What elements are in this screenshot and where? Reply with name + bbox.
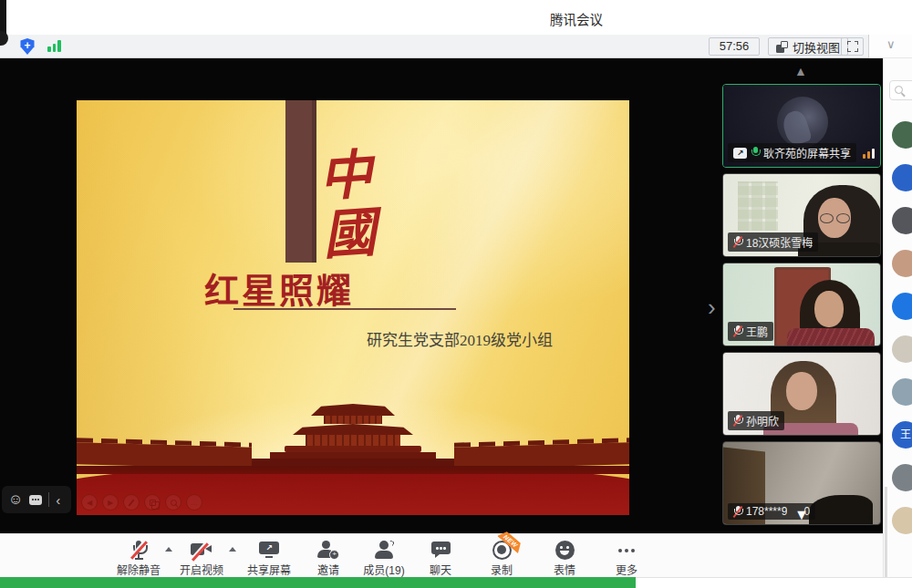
reaction-smiley-icon[interactable]: ☺ bbox=[8, 492, 23, 507]
invite-icon bbox=[317, 541, 339, 559]
window-titlebar: 腾讯会议 bbox=[0, 0, 912, 35]
switch-view-button[interactable]: 切换视图 bbox=[768, 37, 848, 56]
participant-label: 18汉硕张雪梅 bbox=[728, 232, 818, 252]
contact-avatar[interactable] bbox=[892, 464, 912, 491]
scroll-up-arrow[interactable]: ▲ bbox=[794, 64, 807, 78]
participant-tile[interactable]: 王鹏 bbox=[722, 263, 881, 346]
progress-bar bbox=[0, 577, 636, 588]
network-signal-icon[interactable] bbox=[47, 40, 61, 52]
zoom-tool-button bbox=[165, 494, 181, 511]
contact-avatar[interactable] bbox=[892, 507, 912, 534]
participant-tile-screen-share[interactable]: 耿齐苑的屏幕共享 bbox=[722, 84, 881, 168]
participant-name: 王鹏 bbox=[746, 324, 768, 339]
contact-avatar[interactable] bbox=[892, 335, 912, 363]
background-app-header: ∨ bbox=[869, 35, 912, 58]
participant-name: 18汉硕张雪梅 bbox=[746, 234, 813, 250]
emoji-icon bbox=[555, 541, 575, 560]
search-input[interactable] bbox=[889, 80, 912, 100]
forbidden-city-silhouette bbox=[77, 363, 629, 474]
slide-overview-button bbox=[144, 494, 161, 511]
mic-muted-icon bbox=[131, 541, 146, 560]
meeting-toolbar-top: 57:56 切换视图 bbox=[0, 35, 869, 58]
quick-reaction-bar: ☺ ‹ bbox=[2, 486, 71, 513]
more-button[interactable]: 更多 bbox=[588, 540, 665, 577]
record-icon: NEW bbox=[492, 541, 512, 560]
participant-tile[interactable]: 孙明欣 bbox=[722, 352, 881, 436]
screen-share-icon bbox=[733, 148, 747, 159]
participant-name: 耿齐苑的屏幕共享 bbox=[763, 145, 851, 160]
meeting-timer: 57:56 bbox=[709, 37, 760, 56]
background-app-panel: 王 bbox=[883, 58, 912, 588]
contact-avatar[interactable] bbox=[892, 164, 912, 191]
palace-hall bbox=[252, 404, 454, 467]
participant-label: 孙明欣 bbox=[728, 411, 784, 430]
switch-view-label: 切换视图 bbox=[793, 38, 840, 56]
chevron-left-icon[interactable]: ‹ bbox=[56, 492, 60, 508]
contact-avatar[interactable] bbox=[892, 378, 912, 406]
mic-muted-icon bbox=[733, 325, 742, 337]
chevron-right-icon[interactable]: › bbox=[708, 294, 716, 322]
next-slide-button: ▶ bbox=[102, 494, 119, 511]
avatar bbox=[777, 97, 828, 148]
progress-bar-track bbox=[636, 577, 912, 588]
tencent-meeting-window: 腾讯会议 57:56 切换视图 ∨ 中國 红星照耀 研究生党支部2019级党小组 bbox=[0, 0, 912, 588]
slide-subtitle: 研究生党支部2019级党小组 bbox=[367, 327, 553, 350]
chevron-down-icon[interactable]: ∨ bbox=[886, 37, 896, 51]
chat-icon bbox=[431, 542, 451, 558]
contact-avatar[interactable] bbox=[892, 121, 912, 149]
participant-name: 178****9 bbox=[746, 505, 787, 518]
divider bbox=[48, 492, 49, 507]
share-screen-icon bbox=[259, 542, 279, 558]
reaction-chat-icon[interactable] bbox=[29, 495, 42, 505]
slide-calligraphy: 中國 bbox=[312, 146, 373, 266]
participant-tile[interactable]: 18汉硕张雪梅 bbox=[722, 173, 881, 257]
slide-title-underline bbox=[233, 308, 456, 310]
meeting-toolbar-bottom: 解除静音 开启视频 共享屏幕 邀请 成员(19) 聊天 NEW 录制 bbox=[0, 533, 883, 577]
switch-view-icon bbox=[776, 41, 788, 53]
security-shield-icon[interactable] bbox=[20, 38, 35, 55]
contact-avatar[interactable]: 王 bbox=[892, 421, 912, 449]
mic-on-icon bbox=[751, 147, 760, 159]
participant-label: 王鹏 bbox=[728, 322, 773, 341]
presentation-slide: 中國 红星照耀 研究生党支部2019级党小组 ◀ ▶ … bbox=[77, 100, 629, 515]
contact-avatar[interactable] bbox=[892, 250, 912, 277]
search-icon bbox=[895, 86, 903, 94]
fullscreen-button[interactable] bbox=[841, 37, 864, 56]
mic-muted-icon bbox=[733, 415, 742, 427]
pen-tool-button bbox=[123, 494, 140, 511]
mic-muted-icon bbox=[733, 236, 742, 248]
window-title: 腾讯会议 bbox=[550, 9, 603, 28]
camera-off-icon bbox=[191, 542, 212, 557]
more-icon bbox=[617, 541, 637, 560]
slide-title: 红星照耀 bbox=[204, 263, 354, 313]
contact-avatar[interactable] bbox=[892, 207, 912, 234]
signal-strength-icon bbox=[863, 149, 875, 159]
participant-label: 耿齐苑的屏幕共享 bbox=[728, 143, 856, 162]
mic-muted-icon bbox=[733, 506, 742, 518]
start-video-button[interactable]: 开启视频 bbox=[163, 540, 240, 577]
scroll-down-arrow[interactable]: ▼ bbox=[794, 507, 809, 523]
presenter-controls: ◀ ▶ … bbox=[81, 494, 202, 511]
contact-avatar[interactable] bbox=[892, 293, 912, 320]
fullscreen-icon bbox=[847, 41, 858, 52]
prev-slide-button: ◀ bbox=[81, 494, 98, 511]
participant-name: 孙明欣 bbox=[746, 413, 779, 428]
members-icon bbox=[375, 541, 393, 559]
more-options-button: … bbox=[186, 494, 202, 511]
